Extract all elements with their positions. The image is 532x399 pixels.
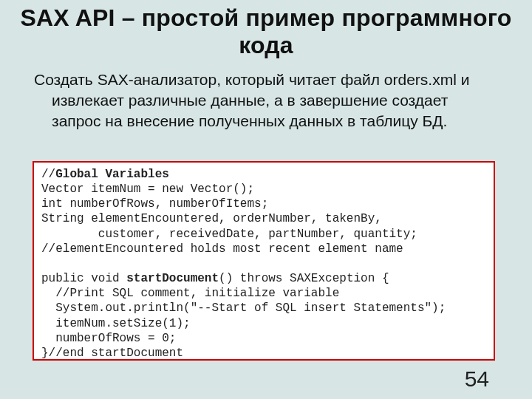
code-l9: //Print SQL comment, initialize variable — [41, 287, 339, 300]
code-l10: System.out.println("--Start of SQL inser… — [41, 301, 446, 315]
desc-line-1: Создать SAX-анализатор, который читает ф… — [34, 71, 469, 88]
code-l12: numberOfRows = 0; — [41, 332, 176, 345]
desc-line-3: запрос на внесение полученных данных в т… — [34, 111, 498, 132]
code-l2: Vector itemNum = new Vector(); — [41, 183, 254, 196]
code-l5: customer, receivedDate, partNumber, quan… — [41, 228, 417, 241]
code-l8b: startDocument — [126, 272, 219, 285]
code-l8a: public void — [41, 272, 126, 285]
code-l13: }//end startDocument — [41, 347, 183, 360]
code-l8c: () throws SAXException { — [219, 272, 389, 285]
code-l1a: // — [41, 168, 55, 181]
code-l11: itemNum.setSize(1); — [41, 317, 191, 330]
desc-line-2: извлекает различные данные, а в завершен… — [34, 90, 498, 111]
slide: SAX API – простой пример программного ко… — [0, 0, 532, 399]
slide-description: Создать SAX-анализатор, который читает ф… — [0, 59, 532, 132]
page-number: 54 — [465, 366, 489, 392]
code-l3: int numberOfRows, numberOfItems; — [41, 197, 268, 211]
code-l6: //elementEncountered holds most recent e… — [41, 242, 403, 256]
slide-title: SAX API – простой пример программного ко… — [0, 0, 532, 59]
code-l1b: Global Variables — [55, 168, 169, 181]
code-snippet: //Global Variables Vector itemNum = new … — [33, 161, 495, 361]
code-l4: String elementEncountered, orderNumber, … — [41, 212, 382, 225]
